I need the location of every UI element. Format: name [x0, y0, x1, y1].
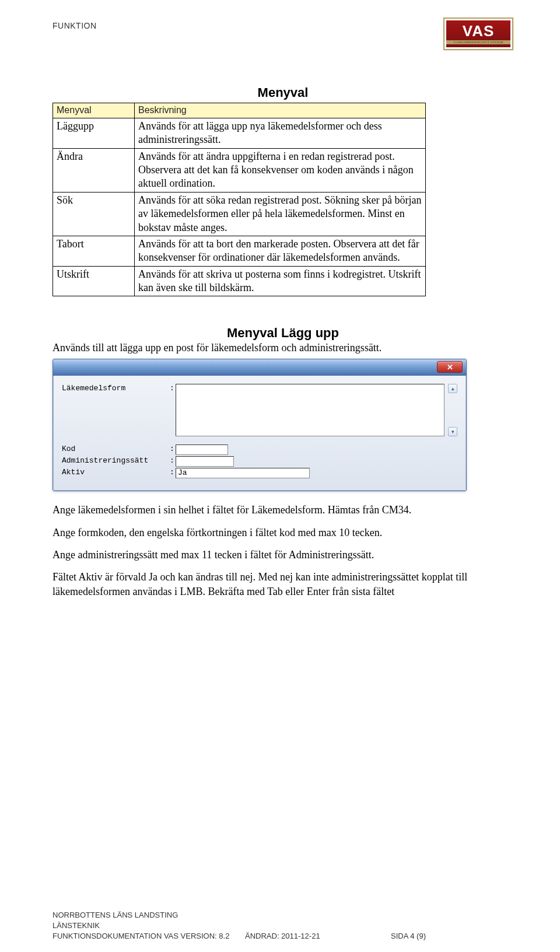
menyval-row-desc: Används för att ändra uppgifterna i en r…: [135, 148, 426, 192]
menyval-row-desc: Används för att lägga upp nya läkemedels…: [135, 118, 426, 148]
menyval-row-desc: Används för att ta bort den markerade po…: [135, 236, 426, 266]
menyval-table: Menyval Beskrivning Läggupp Används för …: [52, 103, 426, 296]
menyval-row-name: Läggupp: [53, 118, 135, 148]
menyval-title: Menyval: [52, 85, 513, 100]
logo: VAS VÅRDADMINISTRATIVT SYSTEM: [443, 18, 513, 50]
menyval-row-desc: Används för att söka redan registrerad p…: [135, 192, 426, 236]
kod-input[interactable]: [176, 444, 228, 455]
page-header: FUNKTION VAS VÅRDADMINISTRATIVT SYSTEM: [52, 18, 513, 50]
colon: :: [170, 444, 176, 453]
kod-label: Kod: [62, 444, 170, 453]
menyval-row-name: Utskrift: [53, 266, 135, 296]
paragraph-3: Ange administreringssätt med max 11 teck…: [52, 548, 473, 562]
menyval-row-name: Ändra: [53, 148, 135, 192]
scroll-up-icon[interactable]: ▴: [448, 384, 457, 393]
logo-text: VAS: [463, 23, 495, 38]
colon: :: [170, 468, 176, 477]
paragraph-4: Fältet Aktiv är förvald Ja och kan ändra…: [52, 570, 473, 598]
dialog-body: Läkemedelsform : ▴ ▾ Kod : Administrerin…: [53, 376, 466, 491]
scrollbar[interactable]: ▴ ▾: [448, 384, 457, 436]
paragraph-2: Ange formkoden, den engelska förtkortnin…: [52, 526, 473, 540]
logo-subtitle: VÅRDADMINISTRATIVT SYSTEM: [446, 40, 510, 44]
table-row: Ändra Används för att ändra uppgifterna …: [53, 148, 426, 192]
page-footer: NORRBOTTENS LÄNS LANDSTING LÄNSTEKNIK FU…: [52, 909, 513, 940]
menyval-row-desc: Används för att skriva ut posterna som f…: [135, 266, 426, 296]
colon: :: [170, 384, 176, 393]
scroll-down-icon[interactable]: ▾: [448, 427, 457, 436]
admin-label: Administreringssätt: [62, 456, 170, 465]
close-icon: ✕: [447, 363, 453, 372]
colon: :: [170, 456, 176, 465]
table-row: Sök Används för att söka redan registrer…: [53, 192, 426, 236]
lakemedelsform-textarea[interactable]: [176, 384, 444, 436]
footer-org: NORRBOTTENS LÄNS LANDSTING: [52, 911, 245, 919]
aktiv-label: Aktiv: [62, 468, 170, 477]
dialog-titlebar: ✕: [53, 359, 466, 376]
footer-page: SIDA 4 (9): [391, 932, 426, 940]
table-row: Läggupp Används för att lägga upp nya lä…: [53, 118, 426, 148]
laggupp-dialog: ✕ Läkemedelsform : ▴ ▾ Kod : Administrer…: [52, 359, 467, 491]
footer-changed: ÄNDRAD: 2011-12-21: [245, 932, 391, 940]
laggupp-desc: Används till att lägga upp en post för l…: [52, 342, 513, 354]
table-row: Tabort Används för att ta bort den marke…: [53, 236, 426, 266]
menyval-row-name: Sök: [53, 192, 135, 236]
footer-dept: LÄNSTEKNIK: [52, 921, 245, 930]
close-button[interactable]: ✕: [437, 361, 463, 373]
menyval-header-col2: Beskrivning: [135, 103, 426, 118]
admin-input[interactable]: [176, 456, 234, 467]
header-left-label: FUNKTION: [52, 18, 97, 30]
menyval-row-name: Tabort: [53, 236, 135, 266]
laggupp-title: Menyval Lägg upp: [52, 326, 513, 341]
aktiv-input[interactable]: Ja: [176, 468, 310, 478]
table-row: Utskrift Används för att skriva ut poste…: [53, 266, 426, 296]
menyval-header-col1: Menyval: [53, 103, 135, 118]
footer-doc: FUNKTIONSDOKUMENTATION VAS VERSION: 8.2: [52, 932, 245, 940]
lakemedelsform-label: Läkemedelsform: [62, 384, 170, 393]
paragraph-1: Ange läkemedelsformen i sin helhet i fäl…: [52, 503, 473, 517]
